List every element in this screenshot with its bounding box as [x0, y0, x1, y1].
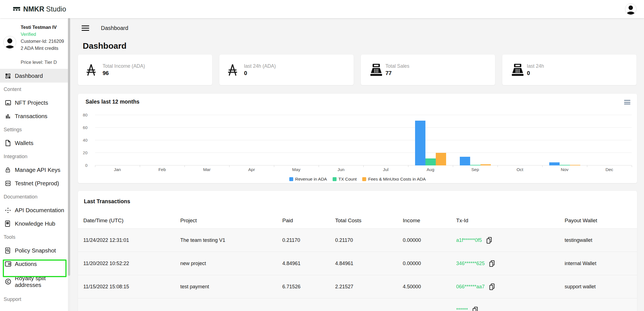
legend-swatch-tx-count	[333, 177, 337, 181]
sidebar-user-block: Testi Testman IV Verified Customer-Id: 2…	[0, 18, 68, 69]
user-customer-id: Customer-Id: 216209	[21, 38, 64, 45]
tx-id-link[interactable]: a1f******0f5	[456, 237, 482, 243]
stat-card-last24h-sales: last 24h 0	[502, 55, 636, 85]
sidebar-item-label: Testnet (Preprod)	[15, 180, 59, 187]
copy-icon[interactable]	[486, 237, 492, 244]
sidebar-scrollbar-thumb[interactable]	[68, 18, 70, 276]
x-tick-label: Mar	[203, 167, 211, 172]
tx-id-link[interactable]: 066******aa7	[456, 284, 485, 290]
chart-gridline	[95, 127, 632, 128]
chart-gridline	[95, 115, 632, 115]
nmkr-brand-icon	[13, 5, 20, 13]
sidebar-item-auctions[interactable]: Auctions	[0, 257, 68, 271]
stat-label: Total Sales	[385, 63, 409, 69]
y-tick-label: 20	[78, 150, 91, 155]
sidebar-item-label: Auctions	[15, 261, 37, 267]
sidebar-item-label: Wallets	[15, 140, 33, 146]
sidebar-scrollbar-track[interactable]	[68, 18, 70, 311]
stat-card-total-income: Total Income (ADA) 96	[78, 55, 212, 85]
y-tick-label: 60	[78, 125, 91, 130]
sidebar-item-royalty-split-addresses[interactable]: Royalty split addresses	[0, 271, 68, 293]
sidebar-item-wallets[interactable]: Wallets	[0, 136, 68, 150]
x-tick-label: Oct	[517, 167, 523, 172]
sidebar-menu: Dashboard Content NFT Projects Transacti…	[0, 69, 68, 306]
sidebar-item-label: Knowledge Hub	[15, 220, 55, 227]
x-tick-label: Feb	[158, 167, 166, 172]
tx-id-link[interactable]: ******	[456, 307, 468, 311]
brand-text: NMKRStudio	[23, 5, 66, 13]
wallets-file-icon	[5, 139, 12, 147]
fees-minutxo-costs-in-ada-bar	[480, 164, 491, 166]
legend-item-fees[interactable]: Fees & MinUtxo Costs in ADA	[362, 177, 426, 182]
user-verified-status: Verified	[21, 31, 64, 38]
chart-plot	[95, 115, 632, 165]
stat-value: 77	[385, 70, 409, 76]
legend-swatch-fees	[362, 177, 366, 181]
user-name: Testi Testman IV	[21, 24, 64, 31]
sidebar-section-settings: Settings	[0, 123, 68, 136]
chart-x-axis-labels: JanFebMarAprMayJunJulAugSepOctNovDec	[78, 167, 637, 173]
x-tick-label: Sep	[471, 167, 479, 172]
sidebar-item-dashboard[interactable]: Dashboard	[0, 69, 68, 83]
sidebar-item-transactions[interactable]: Transactions	[0, 109, 68, 123]
sales-chart-card: Sales last 12 months 020406080 JanFebMar…	[78, 94, 637, 183]
user-avatar[interactable]	[625, 3, 636, 15]
table-row: 11/20/2022 10:52:22 new project 4.84961 …	[78, 252, 637, 275]
x-tick-label: Jul	[383, 167, 389, 172]
sidebar-item-testnet[interactable]: Testnet (Preprod)	[0, 177, 68, 190]
x-tick-label: Jan	[114, 167, 121, 172]
sidebar-user-avatar	[3, 36, 16, 49]
stat-card-last24h-ada: last 24h (ADA) 0	[219, 55, 354, 85]
sidebar-item-label: Dashboard	[15, 73, 43, 79]
sidebar-item-policy-snapshot[interactable]: Policy Snapshot	[0, 244, 68, 257]
stat-value: 0	[527, 70, 544, 76]
revenue-in-ada-bar	[415, 121, 425, 165]
copy-icon[interactable]	[489, 260, 495, 267]
sidebar-item-label: API Documentation	[15, 207, 64, 214]
page-title: Dashboard	[83, 41, 127, 51]
stat-value: 0	[244, 70, 276, 76]
breadcrumb-label[interactable]: Dashboard	[101, 25, 128, 31]
sidebar-item-label: Policy Snapshot	[15, 247, 56, 254]
copy-icon[interactable]	[489, 283, 495, 290]
menu-toggle-icon[interactable]	[82, 25, 89, 31]
sidebar-item-knowledge-hub[interactable]: Knowledge Hub	[0, 217, 68, 230]
x-tick-label: Dec	[605, 167, 613, 172]
x-tick-label: Nov	[561, 167, 569, 172]
sidebar: Testi Testman IV Verified Customer-Id: 2…	[0, 18, 70, 311]
auctions-wallet-icon	[5, 260, 12, 268]
nmkr-logo[interactable]: NMKRStudio	[13, 5, 66, 13]
chart-context-menu-icon[interactable]	[624, 100, 630, 104]
sidebar-section-support: Support	[0, 293, 68, 306]
table-row-partial: ******	[78, 298, 637, 311]
sidebar-item-label: NFT Projects	[15, 99, 48, 106]
sidebar-item-label: Royalty split addresses	[15, 275, 46, 288]
sidebar-item-nft-projects[interactable]: NFT Projects	[0, 96, 68, 109]
sidebar-item-api-documentation[interactable]: API Documentation	[0, 204, 68, 217]
sidebar-section-documentation: Documentation	[0, 190, 68, 204]
sidebar-item-manage-api-keys[interactable]: Manage API Keys	[0, 163, 68, 177]
api-docs-arrows-icon	[5, 207, 12, 214]
dashboard-grid-icon	[5, 72, 12, 79]
legend-swatch-revenue	[289, 177, 293, 181]
table-row: 11/15/2022 15:08:15 test payment 6.71526…	[78, 275, 637, 298]
col-total-costs: Total Costs	[335, 218, 403, 224]
api-keys-lock-icon	[5, 166, 12, 174]
copy-icon[interactable]	[472, 307, 478, 311]
transactions-chart-icon	[5, 113, 12, 120]
nft-image-icon	[5, 99, 12, 106]
chart-title: Sales last 12 months	[86, 99, 139, 105]
col-payout-wallet: Payout Wallet	[565, 218, 637, 224]
legend-item-tx-count[interactable]: TX Count	[333, 177, 357, 182]
col-project: Project	[180, 218, 282, 224]
legend-item-revenue[interactable]: Revenue in ADA	[289, 177, 327, 182]
sidebar-section-tools: Tools	[0, 230, 68, 244]
top-bar: NMKRStudio	[0, 0, 644, 18]
stat-value: 96	[103, 70, 145, 76]
tx-id-link[interactable]: 346******625	[456, 261, 485, 266]
sidebar-item-label: Transactions	[15, 113, 48, 120]
col-paid: Paid	[282, 218, 335, 224]
fees-minutxo-costs-in-ada-bar	[570, 165, 580, 165]
royalty-copyright-icon	[5, 278, 12, 285]
sidebar-section-content: Content	[0, 83, 68, 96]
